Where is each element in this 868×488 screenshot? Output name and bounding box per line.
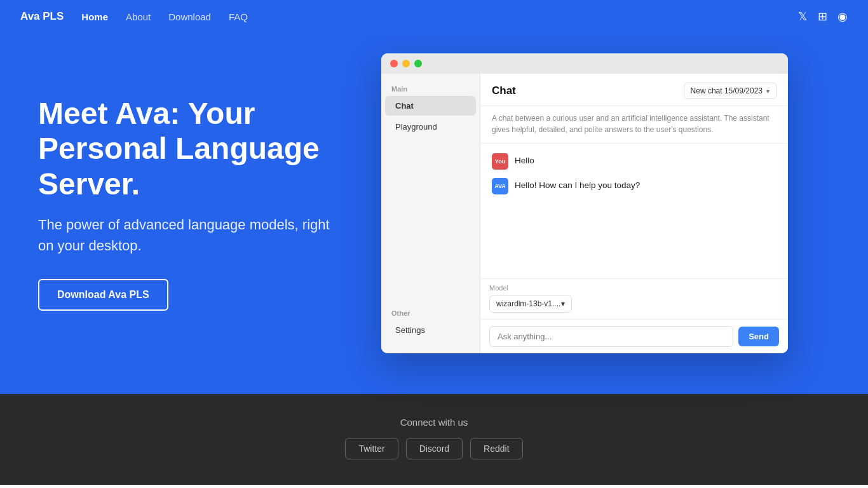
- hero-text: Meet Ava: Your Personal Language Server.…: [38, 96, 343, 311]
- model-value: wizardlm-13b-v1....: [496, 299, 560, 308]
- sidebar: Main Chat Playground Other Settings: [381, 74, 480, 353]
- nav-link-about[interactable]: About: [126, 11, 151, 22]
- main-panel: Chat New chat 15/09/2023 ▾ A chat betwee…: [480, 74, 788, 353]
- hero-title: Meet Ava: Your Personal Language Server.: [38, 96, 343, 201]
- navbar: Ava PLS Home About Download FAQ 𝕏 ⊞ ◉: [0, 0, 868, 33]
- nav-link-download[interactable]: Download: [168, 11, 211, 22]
- chat-system-prompt: A chat between a curious user and an art…: [480, 106, 788, 144]
- avatar-you: You: [492, 153, 508, 170]
- message-row: AVA Hello! How can I help you today?: [492, 177, 776, 194]
- window-minimize-dot: [402, 60, 410, 67]
- twitter-icon[interactable]: 𝕏: [798, 10, 808, 24]
- model-chevron-icon: ▾: [561, 299, 565, 308]
- connect-section: Connect with us Twitter Discord Reddit: [0, 394, 868, 485]
- window-close-dot: [390, 60, 398, 67]
- model-select[interactable]: wizardlm-13b-v1.... ▾: [489, 295, 572, 313]
- nav-right: 𝕏 ⊞ ◉: [798, 10, 848, 24]
- sidebar-bottom: Other Settings: [381, 298, 480, 346]
- sidebar-item-chat[interactable]: Chat: [385, 96, 476, 116]
- discord-icon[interactable]: ⊞: [818, 10, 827, 24]
- sidebar-main-label: Main: [381, 81, 480, 95]
- reddit-button[interactable]: Reddit: [470, 438, 522, 459]
- chat-messages: You Hello AVA Hello! How can I help you …: [480, 144, 788, 278]
- chat-input[interactable]: [489, 326, 733, 347]
- nav-link-home[interactable]: Home: [81, 11, 108, 22]
- connect-title: Connect with us: [400, 417, 468, 428]
- chat-dropdown-label: New chat 15/09/2023: [691, 86, 763, 95]
- features-section: Features & Benefits: [0, 485, 868, 488]
- connect-buttons: Twitter Discord Reddit: [345, 438, 522, 459]
- chevron-down-icon: ▾: [766, 88, 770, 95]
- chat-input-row: Send: [480, 319, 788, 353]
- nav-left: Ava PLS Home About Download FAQ: [20, 10, 248, 23]
- chat-header: Chat New chat 15/09/2023 ▾: [480, 74, 788, 106]
- sidebar-item-settings[interactable]: Settings: [385, 320, 476, 340]
- model-label: Model: [489, 284, 779, 292]
- discord-button[interactable]: Discord: [406, 438, 463, 459]
- avatar-ava: AVA: [492, 178, 508, 194]
- app-window: Main Chat Playground Other Settings Chat: [381, 53, 788, 353]
- message-text-2: Hello! How can I help you today?: [515, 177, 640, 192]
- hero-subtitle: The power of advanced language models, r…: [38, 214, 343, 256]
- sidebar-item-playground[interactable]: Playground: [385, 117, 476, 137]
- model-row: Model wizardlm-13b-v1.... ▾: [480, 278, 788, 319]
- nav-brand: Ava PLS: [20, 10, 64, 23]
- chat-dropdown[interactable]: New chat 15/09/2023 ▾: [684, 83, 776, 99]
- send-button[interactable]: Send: [738, 327, 779, 346]
- sidebar-other-label: Other: [381, 306, 480, 320]
- twitter-button[interactable]: Twitter: [345, 438, 398, 459]
- message-text-1: Hello: [515, 152, 534, 167]
- hero-section: Meet Ava: Your Personal Language Server.…: [0, 0, 868, 394]
- window-body: Main Chat Playground Other Settings Chat: [381, 74, 788, 353]
- nav-link-faq[interactable]: FAQ: [229, 11, 248, 22]
- window-titlebar: [381, 53, 788, 74]
- message-row: You Hello: [492, 152, 776, 170]
- window-maximize-dot: [414, 60, 422, 67]
- download-cta-button[interactable]: Download Ava PLS: [38, 279, 168, 311]
- reddit-icon[interactable]: ◉: [837, 10, 848, 24]
- chat-title: Chat: [492, 85, 516, 97]
